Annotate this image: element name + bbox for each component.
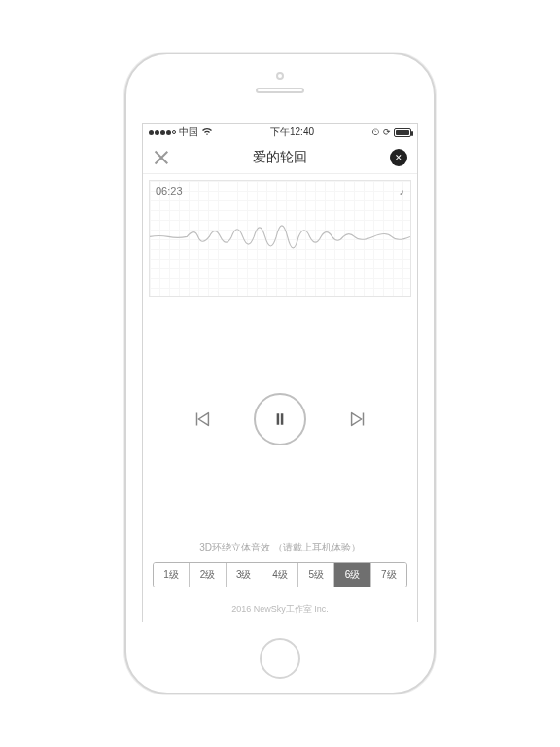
eq-level-button[interactable]: 2级 xyxy=(190,563,226,587)
pause-button[interactable] xyxy=(254,393,306,445)
share-button[interactable]: ✕ xyxy=(390,149,407,166)
close-icon[interactable] xyxy=(153,149,170,166)
status-left: 中国 xyxy=(149,125,213,139)
playback-controls xyxy=(143,297,417,541)
eq-section: 3D环绕立体音效 （请戴上耳机体验） 1级2级3级4级5级6级7级 xyxy=(143,541,417,595)
status-time: 下午12:40 xyxy=(270,125,314,139)
previous-button[interactable] xyxy=(192,409,213,430)
waveform-panel: 06:23 ♪ xyxy=(149,180,411,297)
page-title: 爱的轮回 xyxy=(253,149,307,166)
eq-level-button[interactable]: 1级 xyxy=(154,563,190,587)
share-icon: ✕ xyxy=(395,153,402,162)
phone-speaker xyxy=(256,88,304,93)
orientation-lock-icon: ⟳ xyxy=(383,127,391,137)
eq-level-button[interactable]: 5级 xyxy=(298,563,334,587)
next-button[interactable] xyxy=(347,409,368,430)
eq-level-button[interactable]: 3级 xyxy=(227,563,262,587)
screen: 中国 下午12:40 ⏲ ⟳ 爱的轮回 ✕ xyxy=(142,123,418,622)
status-right: ⏲ ⟳ xyxy=(371,127,411,137)
battery-icon xyxy=(394,128,411,137)
status-bar: 中国 下午12:40 ⏲ ⟳ xyxy=(143,124,417,141)
wifi-icon xyxy=(201,127,213,138)
eq-level-row: 1级2级3级4级5级6级7级 xyxy=(153,562,407,587)
eq-level-button[interactable]: 4级 xyxy=(262,563,298,587)
eq-level-button[interactable]: 6级 xyxy=(334,563,370,587)
stage: 中国 下午12:40 ⏲ ⟳ 爱的轮回 ✕ xyxy=(0,0,560,747)
eq-label: 3D环绕立体音效 （请戴上耳机体验） xyxy=(153,541,407,554)
waveform-icon xyxy=(150,181,410,293)
phone-camera xyxy=(276,72,284,80)
carrier-label: 中国 xyxy=(179,125,198,139)
phone-frame: 中国 下午12:40 ⏲ ⟳ 爱的轮回 ✕ xyxy=(124,53,436,694)
home-button[interactable] xyxy=(260,638,300,679)
alarm-icon: ⏲ xyxy=(371,127,380,137)
footer-copyright: 2016 NewSky工作室 Inc. xyxy=(143,595,417,622)
signal-dots-icon xyxy=(149,130,176,135)
eq-level-button[interactable]: 7级 xyxy=(371,563,406,587)
nav-bar: 爱的轮回 ✕ xyxy=(143,141,417,174)
pause-icon xyxy=(270,409,290,429)
